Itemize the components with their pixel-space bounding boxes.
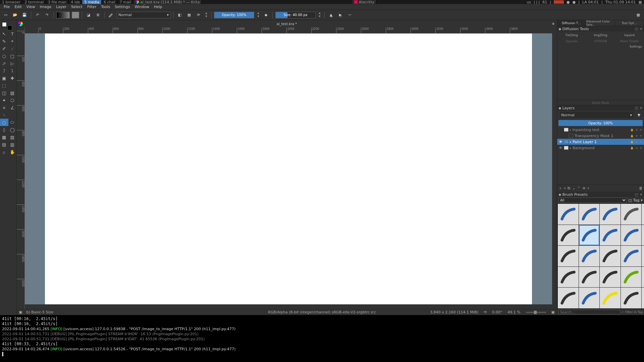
move-layer-up-button[interactable]: ⌃ — [577, 186, 580, 190]
layer-name[interactable]: Paint Layer 1 — [573, 140, 597, 144]
brush-preset-icon[interactable] — [107, 11, 115, 19]
zoom-slider[interactable] — [526, 312, 546, 313]
float-docker-icon[interactable]: ◰ — [635, 27, 638, 31]
gradient-tool[interactable]: ✦ — [0, 97, 8, 104]
close-tab-button[interactable]: ✕ — [552, 22, 555, 26]
layer-name[interactable]: Transparency Mask 1 — [575, 134, 613, 138]
brush-preset[interactable] — [579, 204, 600, 225]
menu-help[interactable]: Help — [152, 4, 165, 10]
diffusion-settings-button[interactable]: Settings — [630, 45, 642, 48]
layer-locks[interactable]: 🔒 α ✕ — [630, 134, 643, 137]
layer-blend-select[interactable]: Normal▾ — [560, 112, 633, 118]
duplicate-layer-button[interactable]: ⧉ — [568, 186, 570, 190]
rect-select-tool[interactable]: ◌ — [0, 119, 8, 126]
close-docker-icon[interactable]: ✕ — [640, 27, 643, 31]
brush-tag-filter[interactable]: All — [558, 197, 627, 203]
add-layer-button[interactable]: ＋ — [558, 186, 562, 191]
open-file-button[interactable]: 📂 — [11, 11, 19, 19]
diffusion-inpaint-button[interactable]: Inpaint — [615, 32, 644, 38]
dock-tab[interactable]: Advanced Color Sele… — [586, 20, 615, 26]
brush-preset[interactable] — [621, 246, 642, 266]
ellipse-tool[interactable]: ○ — [0, 52, 8, 60]
pan-tool[interactable]: ✋ — [8, 148, 17, 156]
layer-row[interactable]: ▸Inpainting test🔒 α ✕ — [557, 127, 644, 133]
zoom-value[interactable]: 49.1 % — [507, 310, 520, 314]
brush-preset[interactable] — [558, 246, 579, 266]
brush-preset[interactable] — [558, 225, 579, 246]
brush-preset[interactable] — [600, 288, 621, 308]
menu-select[interactable]: Select — [69, 4, 85, 10]
mirror-horizontal-button[interactable]: ▲̲ — [327, 11, 335, 19]
brush-preset[interactable] — [558, 204, 579, 225]
calligraphy-tool[interactable]: ⌖ — [8, 38, 17, 45]
options-icon[interactable]: ≣ — [94, 11, 102, 19]
blend-mode-select[interactable]: Normal▾ — [117, 12, 170, 18]
brush-preset[interactable] — [579, 267, 600, 288]
tag-menu-icon[interactable]: ▾ — [641, 198, 643, 202]
color-chooser[interactable] — [2, 22, 12, 30]
pattern-tool[interactable]: ⬡ — [8, 97, 17, 104]
layer-opacity-slider[interactable]: Opacity: 100% — [558, 120, 643, 126]
brush-preset[interactable] — [579, 225, 600, 246]
save-file-button[interactable]: 💾 — [21, 11, 28, 19]
edit-shapes-tool[interactable]: ✎ — [0, 38, 8, 45]
similar-select-tool[interactable]: ▩ — [0, 133, 8, 141]
taskbar-workspace-2[interactable]: 2 terminal — [23, 0, 46, 4]
layer-locks[interactable]: 🔒 α ✕ — [630, 146, 643, 149]
zoom-tool[interactable]: ⌕ — [0, 148, 8, 156]
wrap-mode-button[interactable]: ⤺ — [346, 11, 354, 19]
layer-locks[interactable]: 🔒 α ✕ — [630, 140, 643, 143]
fg-bg-swap-icon[interactable]: ◪ — [85, 11, 92, 19]
freehand-select-tool[interactable]: ◊ — [0, 126, 8, 133]
tray-menu-icon[interactable]: ▦ — [639, 0, 642, 4]
diffusion-make tilable-button[interactable]: Make Tilable — [615, 38, 644, 44]
polygon-tool[interactable]: ▷ — [8, 60, 17, 67]
brush-preset[interactable] — [621, 225, 642, 246]
mirror-vertical-button[interactable]: ▶̲ — [337, 11, 344, 19]
delete-layer-button[interactable]: 🗑 — [639, 186, 643, 190]
crop-tool[interactable]: ⬚ — [0, 82, 8, 89]
menu-file[interactable]: File — [1, 4, 12, 10]
new-file-button[interactable]: ▭ — [2, 11, 9, 19]
brush-preset[interactable] — [558, 288, 579, 308]
diffusion-upscale-button[interactable]: Upscale — [557, 38, 586, 44]
document-tab[interactable]: ai_test.kra * — [277, 22, 297, 26]
menu-image[interactable]: Image — [38, 4, 54, 10]
canvas-only-button[interactable]: ▣ — [551, 310, 555, 314]
redo-button[interactable]: ↷ — [43, 11, 51, 19]
brush-preset[interactable] — [621, 204, 642, 225]
color-picker-tool[interactable]: ⟍ — [0, 111, 8, 119]
taskbar-workspace-3[interactable]: 3 file man — [46, 0, 69, 4]
brush-preset[interactable] — [642, 204, 644, 225]
contiguous-select-tool[interactable]: ◯ — [8, 126, 17, 133]
layer-locks[interactable]: 🔒 α ✕ — [630, 128, 643, 131]
menu-window[interactable]: Window — [132, 4, 151, 10]
taskbar-workspace-6[interactable]: 6 chat — [102, 0, 118, 4]
layer-name[interactable]: Background — [573, 146, 595, 150]
terminal-panel[interactable]: 41it [00:16, 2.45it/s] 41it [00:16, 2.45… — [0, 315, 644, 362]
diffusion-txt2img-button[interactable]: Txt2Img — [557, 32, 586, 38]
workspace-chooser-button[interactable]: ▦ — [635, 11, 642, 19]
menu-layer[interactable]: Layer — [54, 4, 69, 10]
diffusion-img2img-button[interactable]: Img2Img — [586, 32, 615, 38]
bezier-tool[interactable]: ⤴ — [0, 67, 8, 74]
menu-settings[interactable]: Settings — [112, 4, 132, 10]
brush-preset[interactable] — [600, 267, 621, 288]
gradient-swatch[interactable] — [56, 12, 70, 18]
brush-preset[interactable] — [642, 246, 644, 266]
brush-tool[interactable]: ✐ — [0, 45, 8, 52]
brush-search-input[interactable] — [558, 310, 620, 314]
transform-tool[interactable]: ↖ — [0, 30, 8, 38]
taskbar-workspace-7[interactable]: 7 mail — [118, 0, 133, 4]
move-tool[interactable]: ◫ — [0, 89, 8, 97]
canvas-viewport[interactable] — [25, 34, 552, 304]
measure-tool[interactable]: ∠ — [8, 104, 17, 111]
brush-preset[interactable] — [600, 246, 621, 266]
storage-icon[interactable]: ◫ — [628, 198, 632, 202]
multi-tool[interactable]: ✚ — [8, 74, 17, 82]
visibility-toggle[interactable]: 👁 — [558, 140, 562, 144]
brush-preset[interactable] — [642, 225, 644, 246]
opacity-lock-icon[interactable]: ◆ — [262, 11, 270, 19]
diffusion-gfpgan-button[interactable]: GFPGAN — [586, 38, 615, 44]
menu-tools[interactable]: Tools — [99, 4, 112, 10]
